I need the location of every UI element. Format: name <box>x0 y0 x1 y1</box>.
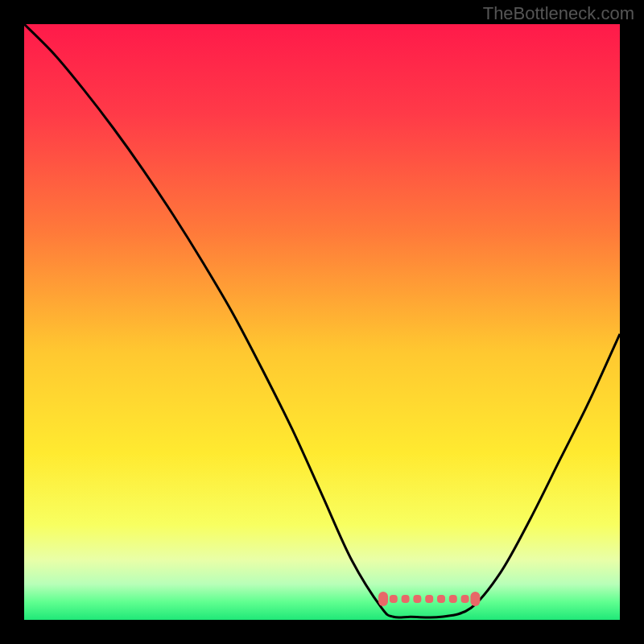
svg-rect-2 <box>390 595 398 603</box>
chart-svg <box>24 24 620 620</box>
plot-area <box>24 24 620 620</box>
svg-rect-4 <box>413 595 421 603</box>
gradient-background <box>24 24 620 620</box>
svg-rect-5 <box>425 595 433 603</box>
svg-rect-8 <box>461 595 469 603</box>
svg-rect-0 <box>378 592 388 606</box>
svg-rect-6 <box>437 595 445 603</box>
chart-container: TheBottleneck.com <box>0 0 644 644</box>
svg-rect-7 <box>449 595 457 603</box>
watermark-text: TheBottleneck.com <box>483 3 634 24</box>
svg-rect-3 <box>402 595 410 603</box>
svg-rect-1 <box>470 592 480 606</box>
